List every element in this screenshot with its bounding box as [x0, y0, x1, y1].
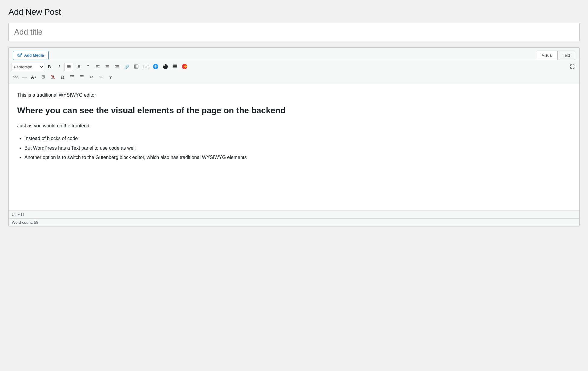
table-icon: [134, 64, 138, 70]
special-char-button[interactable]: Ω: [58, 73, 67, 81]
word-count-label: Word count:: [12, 220, 33, 225]
title-input-wrapper: [8, 23, 580, 41]
content-heading: Where you can see the visual elements of…: [17, 104, 571, 117]
text-color-button[interactable]: A ▼: [30, 73, 38, 81]
svg-rect-38: [145, 67, 147, 67]
page-title: Add New Post: [8, 7, 580, 17]
add-media-label: Add Media: [24, 53, 44, 58]
editor-tabs-bar: Add Media Visual Text: [9, 48, 579, 60]
svg-rect-49: [43, 75, 44, 76]
text-color-dropdown-icon: ▼: [34, 76, 37, 79]
post-title-input[interactable]: [9, 23, 579, 41]
indent-icon: [80, 75, 84, 80]
svg-rect-36: [147, 66, 147, 66]
word-count-value: 58: [34, 220, 38, 225]
chart-button[interactable]: [161, 63, 170, 71]
svg-rect-33: [144, 65, 148, 68]
wifi-icon: [153, 64, 158, 70]
clear-formatting-icon: [51, 75, 55, 80]
table-button[interactable]: [132, 63, 141, 71]
svg-rect-37: [144, 67, 145, 67]
align-right-icon: [115, 64, 119, 70]
align-center-icon: [105, 64, 109, 70]
unordered-list-icon: [67, 64, 71, 70]
layers-button[interactable]: [170, 63, 179, 71]
bold-button[interactable]: B: [45, 63, 54, 71]
help-button[interactable]: ?: [106, 73, 115, 81]
paste-text-button[interactable]: [39, 73, 48, 81]
tab-text[interactable]: Text: [558, 51, 575, 60]
svg-rect-44: [173, 67, 177, 67]
keyboard-button[interactable]: [141, 63, 150, 71]
tab-visual[interactable]: Visual: [537, 51, 558, 60]
svg-rect-43: [173, 66, 177, 67]
svg-point-8: [67, 67, 68, 68]
align-left-button[interactable]: [93, 63, 102, 71]
align-center-button[interactable]: [103, 63, 112, 71]
list-item: Another option is to switch to the Guten…: [24, 154, 571, 161]
layers-icon: [172, 64, 177, 70]
undo-icon: ↩: [90, 75, 93, 80]
link-button[interactable]: 🔗: [122, 63, 131, 71]
editor-container: Add Media Visual Text Paragraph Heading …: [8, 47, 580, 226]
add-media-button[interactable]: Add Media: [13, 51, 49, 60]
pie-chart-icon: [163, 64, 168, 70]
list-item: But WordPress has a Text panel to use co…: [24, 144, 571, 152]
editor-content-area[interactable]: This is a traditional WYSIWYG editor Whe…: [9, 84, 579, 210]
keyboard-icon: [144, 65, 148, 69]
bolt-icon: ⚡: [182, 64, 187, 70]
word-count: Word count: 58: [9, 219, 579, 226]
svg-rect-35: [146, 66, 146, 66]
outdent-button[interactable]: [68, 73, 77, 81]
text-color-icon: A: [31, 75, 34, 80]
horizontal-rule-icon: —: [22, 74, 27, 80]
blockquote-icon: ": [87, 64, 89, 69]
add-media-icon: [17, 53, 22, 58]
svg-rect-34: [144, 66, 145, 66]
undo-button[interactable]: ↩: [87, 73, 96, 81]
content-line-1: This is a traditional WYSIWYG editor: [17, 91, 571, 99]
editor-footer: UL » LI Word count: 58: [9, 210, 579, 226]
svg-rect-45: [173, 65, 177, 66]
svg-text:3.: 3.: [77, 67, 78, 69]
italic-button[interactable]: I: [55, 63, 64, 71]
strikethrough-button[interactable]: abc: [11, 73, 20, 81]
help-icon: ?: [109, 75, 112, 80]
paragraph-select[interactable]: Paragraph Heading 1 Heading 2 Heading 3 …: [11, 63, 44, 71]
svg-rect-39: [147, 67, 147, 67]
toolbar-row-1: Paragraph Heading 1 Heading 2 Heading 3 …: [11, 62, 577, 72]
list-item: Instead of blocks of code: [24, 135, 571, 142]
indent-button[interactable]: [77, 73, 86, 81]
svg-text:⚡: ⚡: [183, 64, 187, 69]
ordered-list-button[interactable]: 1.2.3.: [74, 63, 83, 71]
redo-icon: ↪: [99, 75, 103, 80]
toolbar: Paragraph Heading 1 Heading 2 Heading 3 …: [9, 60, 579, 84]
paste-text-icon: [41, 75, 45, 80]
fullscreen-icon: [570, 64, 574, 70]
content-list: Instead of blocks of code But WordPress …: [24, 135, 571, 161]
editor-path: UL » LI: [9, 211, 579, 219]
svg-point-6: [67, 66, 68, 67]
svg-point-4: [67, 65, 68, 65]
outdent-icon: [70, 75, 74, 80]
svg-point-41: [155, 67, 156, 68]
bold-icon: B: [48, 64, 51, 69]
ordered-list-icon: 1.2.3.: [76, 64, 81, 70]
redo-button[interactable]: ↪: [96, 73, 106, 81]
link-icon: 🔗: [124, 64, 129, 69]
toolbar-row-2: abc — A ▼ Ω: [11, 72, 577, 82]
special-char-icon: Ω: [61, 75, 64, 80]
strikethrough-icon: abc: [13, 75, 18, 79]
content-line-2: Just as you would on the frontend.: [17, 122, 571, 130]
align-right-button[interactable]: [112, 63, 122, 71]
tab-buttons: Visual Text: [537, 51, 575, 60]
unordered-list-button[interactable]: [64, 63, 73, 71]
wp-media-button[interactable]: [151, 63, 160, 71]
horizontal-rule-button[interactable]: —: [20, 73, 29, 81]
bolt-button[interactable]: ⚡: [180, 63, 189, 71]
clear-formatting-button[interactable]: [48, 73, 57, 81]
italic-icon: I: [58, 64, 60, 69]
svg-rect-28: [134, 65, 138, 68]
fullscreen-button[interactable]: [568, 63, 577, 71]
blockquote-button[interactable]: ": [84, 63, 93, 71]
